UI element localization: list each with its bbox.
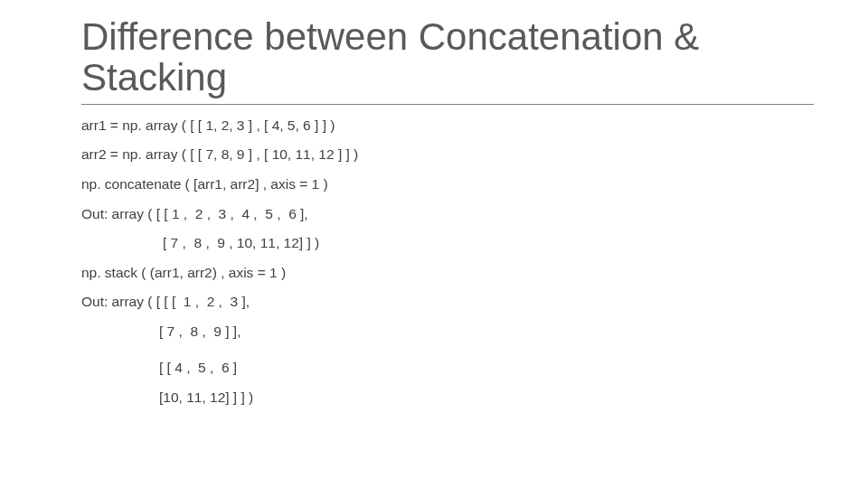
- output-stack-row1: Out: array ( [ [ [ 1 , 2 , 3 ],: [81, 294, 814, 311]
- output-stack-row3: [ [ 4 , 5 , 6 ]: [81, 360, 814, 377]
- code-line-stack: np. stack ( (arr1, arr2) , axis = 1 ): [81, 265, 814, 282]
- output-stack-row4: [10, 11, 12] ] ] ): [81, 389, 814, 407]
- code-line-arr2: arr2 = np. array ( [ [ 7, 8, 9 ] , [ 10,…: [81, 146, 814, 164]
- code-line-concatenate: np. concatenate ( [arr1, arr2] , axis = …: [81, 176, 814, 193]
- slide-title: Difference between Concatenation & Stack…: [81, 16, 814, 99]
- output-stack-row2: [ 7 , 8 , 9 ] ],: [81, 324, 814, 341]
- code-line-arr1: arr1 = np. array ( [ [ 1, 2, 3 ] , [ 4, …: [81, 117, 814, 135]
- title-underline: [81, 104, 814, 105]
- output-concat-row1: Out: array ( [ [ 1 , 2 , 3 , 4 , 5 , 6 ]…: [81, 206, 814, 223]
- slide: Difference between Concatenation & Stack…: [0, 0, 868, 488]
- output-concat-row2: [ 7 , 8 , 9 , 10, 11, 12] ] ): [81, 235, 814, 252]
